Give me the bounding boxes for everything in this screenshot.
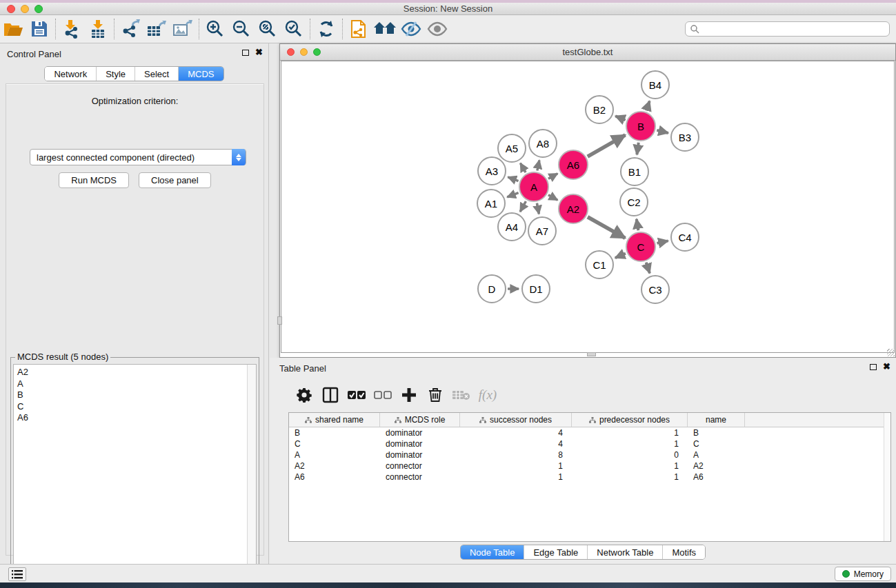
graph-node-D1[interactable]: D1 [521, 274, 550, 303]
graph-node-A2[interactable]: A2 [558, 194, 588, 224]
table-cell[interactable]: A [688, 449, 745, 460]
result-item[interactable]: B [17, 389, 28, 401]
graph-node-B[interactable]: B [626, 111, 656, 141]
search-input[interactable] [699, 24, 872, 34]
table-cell[interactable]: dominator [380, 438, 460, 449]
session-titlebar[interactable]: Session: New Session [0, 3, 896, 15]
save-session-icon[interactable] [26, 17, 52, 41]
graph-node-C2[interactable]: C2 [619, 187, 648, 216]
table-cell[interactable]: 1 [460, 472, 572, 483]
graph-node-A5[interactable]: A5 [497, 134, 526, 163]
result-scrollbar[interactable] [247, 365, 256, 588]
search-field[interactable] [685, 21, 890, 37]
table-tab-node-table[interactable]: Node Table [461, 545, 525, 559]
graph-node-A4[interactable]: A4 [497, 212, 526, 241]
table-cell[interactable]: 4 [460, 427, 572, 438]
graph-node-A6[interactable]: A6 [558, 150, 588, 180]
table-cell[interactable]: 0 [572, 449, 688, 460]
graph-node-B2[interactable]: B2 [585, 95, 614, 124]
column-header-successor-nodes[interactable]: successor nodes [460, 413, 572, 427]
table-cell[interactable]: B [688, 427, 745, 438]
delete-columns-icon[interactable] [424, 384, 447, 406]
export-network-icon[interactable] [117, 17, 143, 41]
table-cell[interactable]: A2 [688, 460, 745, 472]
hide-network-icon[interactable] [398, 17, 424, 41]
close-window-button[interactable] [7, 5, 15, 13]
graph-node-A8[interactable]: A8 [528, 129, 557, 158]
mcds-result-list[interactable]: A2ABCA6 [13, 364, 257, 588]
table-row[interactable]: Cdominator41C [289, 438, 884, 449]
tab-mcds[interactable]: MCDS [179, 67, 223, 81]
task-history-button[interactable] [8, 567, 26, 581]
table-cell[interactable]: C [688, 438, 745, 449]
network-zoom-button[interactable] [313, 48, 321, 56]
table-cell[interactable]: B [289, 427, 380, 438]
network-canvas[interactable]: B4B2BB3A8A5A6A3B1AC2A1A2A4A7C4CC1DD1C3 [281, 61, 895, 353]
import-network-icon[interactable] [59, 17, 85, 41]
zoom-out-icon[interactable] [228, 17, 255, 41]
graph-node-A1[interactable]: A1 [477, 189, 506, 218]
add-column-icon[interactable] [397, 384, 421, 406]
column-header-predecessor-nodes[interactable]: predecessor nodes [572, 413, 688, 427]
network-vertical-scrollbar[interactable] [277, 316, 282, 325]
export-table-icon[interactable] [143, 17, 170, 41]
table-cell[interactable]: A6 [688, 472, 745, 483]
table-tab-motifs[interactable]: Motifs [663, 545, 705, 559]
select-all-columns-icon[interactable] [345, 384, 368, 406]
float-panel-icon[interactable] [242, 50, 249, 56]
create-network-from-file-icon[interactable] [346, 17, 372, 41]
table-row[interactable]: A6connector11A6 [289, 472, 884, 483]
table-cell[interactable]: connector [380, 460, 460, 472]
import-table-icon[interactable] [85, 17, 111, 41]
graph-node-C[interactable]: C [626, 232, 656, 262]
function-builder-icon[interactable]: f(x) [476, 384, 499, 406]
show-graphics-icon[interactable] [424, 17, 450, 41]
column-header-shared-name[interactable]: shared name [289, 413, 380, 427]
zoom-in-icon[interactable] [202, 17, 228, 41]
graph-node-B1[interactable]: B1 [620, 157, 649, 186]
graph-node-B3[interactable]: B3 [670, 123, 699, 152]
column-layout-icon[interactable] [319, 384, 342, 406]
result-item[interactable]: C [17, 401, 28, 413]
memory-button[interactable]: Memory [835, 567, 891, 581]
result-item[interactable]: A2 [17, 367, 28, 378]
zoom-selected-icon[interactable] [281, 17, 307, 41]
graph-node-B4[interactable]: B4 [641, 70, 670, 99]
close-panel-button[interactable]: Close panel [139, 172, 211, 188]
zoom-fit-icon[interactable] [255, 17, 281, 41]
minimize-window-button[interactable] [21, 5, 29, 13]
network-window-titlebar[interactable]: testGlobe.txt [280, 44, 895, 61]
window-resize-grip[interactable] [887, 349, 895, 356]
result-item[interactable]: A [17, 378, 28, 390]
table-cell[interactable]: 1 [572, 460, 688, 472]
table-cell[interactable]: 1 [572, 438, 688, 449]
table-row[interactable]: Adominator80A [289, 449, 884, 460]
table-row[interactable]: Bdominator41B [289, 427, 884, 438]
table-cell[interactable]: C [289, 438, 380, 449]
graph-node-A[interactable]: A [519, 172, 549, 202]
table-cell[interactable]: 1 [572, 427, 688, 438]
graph-node-C1[interactable]: C1 [585, 250, 614, 279]
table-cell[interactable]: 4 [460, 438, 572, 449]
unselect-all-columns-icon[interactable] [371, 384, 395, 406]
table-cell[interactable]: dominator [380, 449, 460, 460]
optimization-criterion-dropdown[interactable]: largest connected component (directed) [30, 149, 246, 165]
network-horizontal-scrollbar[interactable] [587, 352, 596, 356]
table-cell[interactable]: A6 [289, 472, 380, 483]
refresh-view-icon[interactable] [313, 17, 339, 41]
graph-node-C3[interactable]: C3 [641, 275, 670, 304]
graph-node-A3[interactable]: A3 [477, 156, 506, 185]
column-header-name[interactable]: name [688, 413, 745, 427]
settings-gear-icon[interactable] [292, 384, 316, 406]
run-mcds-button[interactable]: Run MCDS [59, 172, 129, 188]
delete-table-icon[interactable] [450, 384, 473, 406]
float-table-panel-icon[interactable] [870, 364, 877, 370]
table-cell[interactable]: 8 [460, 449, 572, 460]
close-panel-icon[interactable]: ✖ [255, 49, 263, 56]
table-tab-network-table[interactable]: Network Table [588, 545, 663, 559]
table-cell[interactable]: connector [380, 472, 460, 483]
network-minimize-button[interactable] [300, 48, 308, 56]
result-item[interactable]: A6 [17, 412, 28, 424]
table-cell[interactable]: 1 [460, 460, 572, 472]
close-table-panel-icon[interactable]: ✖ [883, 363, 890, 370]
